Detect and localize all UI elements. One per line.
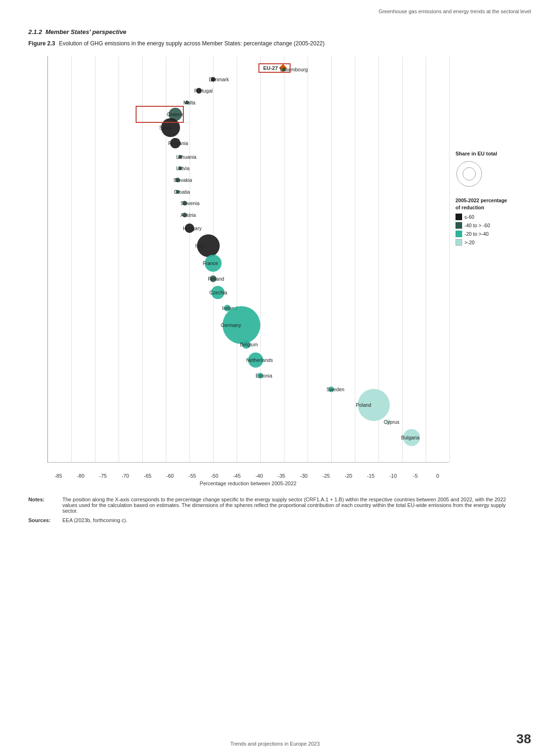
legend-size-title: Share in EU total <box>455 151 531 156</box>
country-label-cyprus: Cyprus <box>384 419 399 425</box>
country-label-france: France <box>203 260 218 266</box>
country-label-greece: Greece <box>167 112 183 117</box>
sources: Sources: EEA (2023b, forthcoming c). <box>0 515 550 527</box>
country-label-portugal: Portugal <box>194 88 213 94</box>
x-axis-title: Percentage reduction between 2005-2022 <box>47 481 449 486</box>
country-label-spain: Spain <box>159 125 172 130</box>
footer: Trends and projections in Europe 2023 <box>0 741 550 747</box>
country-label-germany: Germany <box>221 322 241 328</box>
page-header: Greenhouse gas emissions and energy tren… <box>0 0 550 14</box>
country-label-romania: Romania <box>168 140 188 146</box>
country-label-poland: Poland <box>356 402 371 408</box>
country-label-italy: Italy <box>195 243 204 249</box>
country-label-malta: Malta <box>183 100 196 105</box>
country-label-sweden: Sweden <box>327 387 344 392</box>
country-label-finland: Finland <box>208 276 224 282</box>
country-label-slovakia: Slovakia <box>173 177 192 183</box>
legend-color-title: 2005-2022 percentageof reduction <box>455 197 531 211</box>
legend-color-items: ≤-60 -40 to > -60 -20 to >-40 >-20 <box>455 214 531 246</box>
country-label-croatia: Croatia <box>174 189 190 195</box>
country-label-austria: Austria <box>180 212 196 218</box>
country-label-bulgaria: Bulgaria <box>401 435 420 440</box>
notes: Notes: The position along the X-axis cor… <box>0 491 550 515</box>
figure-caption: Figure 2.3Evolution of GHG emissions in … <box>0 40 550 52</box>
x-axis-labels-row: -85-80-75-70-65-60-55-50-45-40-35-30-25-… <box>47 473 449 479</box>
country-label-czechia: Czechia <box>209 290 227 295</box>
page-number: 38 <box>516 731 531 747</box>
country-label-belgium: Belgium <box>240 342 258 347</box>
country-label-hungary: Hungary <box>183 225 202 231</box>
chart-inner: EU-27 LuxembourgDenmarkPortugalMaltaGree… <box>47 56 449 463</box>
country-label-denmark: Denmark <box>209 77 229 82</box>
country-label-estonia: Estonia <box>256 373 272 378</box>
legend: Share in EU total 2005-2022 percentageof… <box>455 151 531 248</box>
country-label-netherlands: Netherlands <box>246 357 273 363</box>
country-label-slovenia: Slovenia <box>180 200 199 206</box>
chart-area: Share in EU total 2005-2022 percentageof… <box>28 56 531 472</box>
country-label-lithuania: Lithuania <box>176 154 197 160</box>
country-label-luxembourg: Luxembourg <box>280 67 308 72</box>
country-label-latvia: Latvia <box>176 165 189 171</box>
section-title: 2.1.2 Member States' perspective <box>0 14 550 40</box>
